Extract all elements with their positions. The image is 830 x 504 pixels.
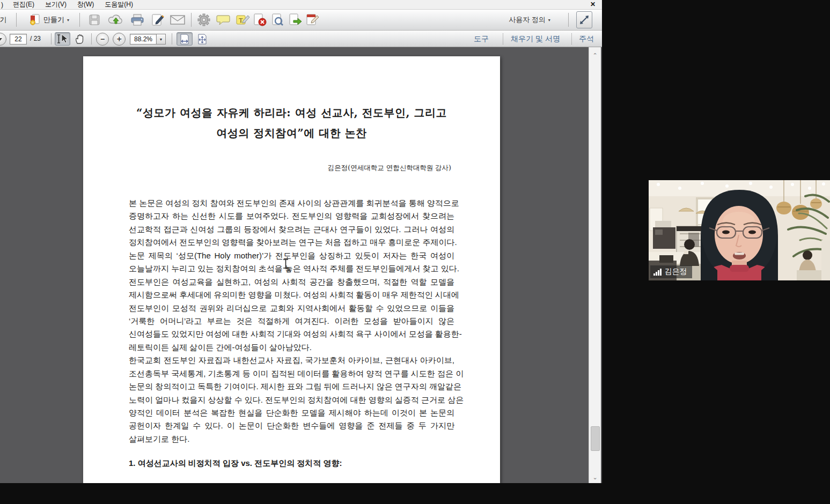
fill-sign-button[interactable] bbox=[304, 11, 321, 28]
fill-sign-icon bbox=[305, 13, 319, 26]
email-button[interactable] bbox=[168, 11, 187, 28]
document-body-line: 노력이 얼마나 컸을지 상상할 수 있다. 전도부인의 정치참여에 대한 영향의… bbox=[129, 394, 454, 406]
fill-sign-panel-button[interactable]: 채우기 및 서명 bbox=[504, 32, 567, 46]
separator bbox=[16, 13, 17, 27]
vertical-scrollbar[interactable]: ⌃ ⌄ bbox=[589, 47, 601, 483]
zoom-level-value[interactable]: 88.2% bbox=[130, 34, 157, 45]
search-pdf-icon bbox=[271, 13, 284, 26]
document-title-line1: “성모가 여성을 자유케 하리라: 여성 선교사, 전도부인, 그리고 bbox=[83, 106, 500, 120]
export-pdf-button[interactable] bbox=[287, 11, 304, 28]
chevron-down-icon: ▾ bbox=[548, 18, 550, 23]
document-body-line: 정치참여에서 전도부인의 영향력을 찾아보려는 연구는 처음 접하고 매우 흥미… bbox=[129, 236, 454, 249]
fit-page-icon bbox=[197, 34, 208, 45]
create-pdf-button[interactable]: 만들기 ▾ bbox=[24, 11, 75, 28]
document-title-line2: 여성의 정치참여”에 대한 논찬 bbox=[83, 126, 500, 140]
document-body-line: 공헌이자 한계일 수 있다. 이 논문이 단순화한 변수들에 영향을 준 전제들… bbox=[129, 419, 454, 432]
document-body-line: ‘거룩한 어머니’라고 부르는 것은 적절하게 여겨진다. 이러한 모성을 받아… bbox=[129, 315, 454, 328]
comment-panel-button[interactable]: 주석 bbox=[573, 32, 600, 46]
tools-panel-button[interactable]: 도구 bbox=[466, 32, 497, 46]
document-body-line: 제시함으로써 후세대에 유의미한 영향을 미쳤다. 여성의 사회적 활동이 매우… bbox=[129, 288, 454, 301]
customize-dropdown[interactable]: 사용자 정의 ▾ bbox=[500, 11, 559, 28]
document-body-line: 논문의 창의적이고 독특한 기여이다. 제시한 표와 그림 뒤에 드러나지 않은… bbox=[129, 380, 454, 393]
next-page-button[interactable] bbox=[0, 32, 7, 46]
document-body-line: 오늘날까지 누리고 있는 정치참여의 초석을 놓은 역사적 주체를 전도부인들에… bbox=[129, 262, 454, 275]
export-pdf-icon bbox=[288, 13, 302, 26]
document-viewport[interactable]: “성모가 여성을 자유케 하리라: 여성 선교사, 전도부인, 그리고 여성의 … bbox=[0, 47, 589, 483]
document-body-line: 양적인 데이터 분석은 복잡한 현실을 단순화한 모델을 제시해야 하는데 이것… bbox=[129, 406, 454, 419]
select-tool-button[interactable] bbox=[55, 32, 70, 46]
text-cursor-icon bbox=[283, 259, 289, 269]
document-section-heading: 1. 여성선교사의 비정치적 입장 vs. 전도부인의 정치적 영향: bbox=[129, 458, 342, 469]
tools-label: 도구 bbox=[474, 34, 489, 44]
menu-item-edit[interactable]: 편집(E) bbox=[8, 0, 40, 10]
zoom-out-button[interactable]: − bbox=[95, 32, 110, 46]
expand-arrows-icon bbox=[579, 15, 589, 25]
scroll-up-icon[interactable]: ⌃ bbox=[589, 50, 601, 60]
signal-strength-icon bbox=[653, 269, 662, 276]
separator bbox=[571, 33, 572, 45]
menu-item-window[interactable]: 창(W) bbox=[72, 0, 99, 10]
document-body-line: 살펴보기로 한다. bbox=[129, 433, 454, 446]
save-icon bbox=[88, 13, 101, 26]
document-author: 김은정(연세대학교 연합신학대학원 강사) bbox=[83, 164, 500, 173]
document-body-line: 한국교회 전도부인 자료집과 내한선교사 자료집, 국가보훈처 아카이브, 근현… bbox=[129, 354, 454, 367]
create-pdf-label: 만들기 bbox=[43, 15, 64, 25]
page-count-label: / 23 bbox=[30, 35, 41, 42]
pdf-page[interactable]: “성모가 여성을 자유케 하리라: 여성 선교사, 전도부인, 그리고 여성의 … bbox=[83, 56, 500, 483]
menu-bar: ) 편집(E) 보기(V) 창(W) 도움말(H) ✕ bbox=[0, 0, 602, 10]
fit-page-button[interactable] bbox=[194, 32, 210, 46]
zoom-in-button[interactable]: ＋ bbox=[112, 32, 127, 46]
search-pdf-button[interactable] bbox=[269, 11, 285, 28]
delete-pdf-icon bbox=[253, 13, 267, 26]
document-body-line: 논문 제목의 ‘성모(The Holy mother)’가 전도부인을 상징하고… bbox=[129, 249, 454, 262]
highlight-text-button[interactable]: T bbox=[234, 11, 251, 28]
comment-bubble-button[interactable] bbox=[215, 11, 232, 28]
separator bbox=[51, 33, 52, 45]
webcam-video-tile[interactable]: 김은정 bbox=[649, 180, 830, 280]
menu-item-help[interactable]: 도움말(H) bbox=[99, 0, 138, 10]
hand-tool-button[interactable] bbox=[72, 32, 87, 46]
highlight-text-icon: T bbox=[236, 13, 249, 26]
email-icon bbox=[170, 14, 185, 25]
scrollbar-thumb[interactable] bbox=[591, 426, 600, 451]
cloud-upload-button[interactable] bbox=[106, 11, 126, 28]
gear-icon bbox=[197, 13, 210, 26]
scroll-down-icon[interactable]: ⌄ bbox=[589, 472, 601, 482]
plus-icon: ＋ bbox=[113, 33, 126, 46]
print-button[interactable] bbox=[129, 11, 146, 28]
fullscreen-button[interactable] bbox=[576, 11, 592, 28]
separator bbox=[503, 33, 503, 45]
main-toolbar: 기 만들기 ▾ bbox=[0, 10, 602, 31]
document-body-line: 전도부인이 모성적 권위와 리더십으로 교회와 지역사회에서 활동할 수 있었으… bbox=[129, 302, 454, 315]
save-button[interactable] bbox=[86, 11, 103, 28]
chevron-down-icon: ▾ bbox=[67, 18, 69, 23]
zoom-dropdown-button[interactable]: ▼ bbox=[156, 34, 166, 45]
settings-button[interactable] bbox=[195, 11, 212, 28]
comment-label: 주석 bbox=[579, 34, 594, 44]
fit-width-icon bbox=[179, 34, 190, 45]
open-button-partial[interactable]: 기 bbox=[0, 11, 11, 28]
create-pdf-icon bbox=[30, 14, 40, 26]
document-body: 본 논문은 여성의 정치 참여와 전도부인의 존재 사이의 상관관계를 회귀분석… bbox=[129, 197, 454, 446]
menu-item-view[interactable]: 보기(V) bbox=[40, 0, 72, 10]
sign-document-button[interactable] bbox=[149, 11, 166, 28]
sign-document-icon bbox=[151, 13, 165, 26]
separator bbox=[568, 13, 569, 27]
document-body-line: 선교학적 접근과 신여성 그룹의 등장에서 찾으려는 근대사 연구들이 있었다.… bbox=[129, 223, 454, 236]
cloud-upload-icon bbox=[108, 13, 124, 26]
menu-item-file-partial[interactable]: ) bbox=[0, 1, 8, 9]
document-body-line: 신여성들도 있었지만 여성에 대한 사회적 기대와 여성의 사회적 욕구 사이에… bbox=[129, 328, 454, 340]
document-body-line: 전도부인은 여성교육을 실현하고, 여성의 사회적 공간을 창출했으며, 적절한… bbox=[129, 276, 454, 288]
open-button-label: 기 bbox=[0, 15, 7, 25]
fit-width-button[interactable] bbox=[177, 32, 193, 46]
separator bbox=[91, 33, 92, 45]
select-cursor-icon bbox=[57, 34, 69, 44]
delete-pdf-button[interactable] bbox=[251, 11, 268, 28]
separator bbox=[172, 33, 172, 45]
document-body-line: 레토릭이든 실제 삶이든 간에-여성들이 살아남았다. bbox=[129, 341, 454, 354]
pdf-reader-window: ) 편집(E) 보기(V) 창(W) 도움말(H) ✕ 기 만들기 ▾ bbox=[0, 0, 602, 483]
hand-icon bbox=[75, 34, 85, 45]
window-close-icon[interactable]: ✕ bbox=[590, 1, 596, 8]
comment-bubble-icon bbox=[216, 14, 230, 26]
page-number-input[interactable] bbox=[10, 34, 27, 45]
